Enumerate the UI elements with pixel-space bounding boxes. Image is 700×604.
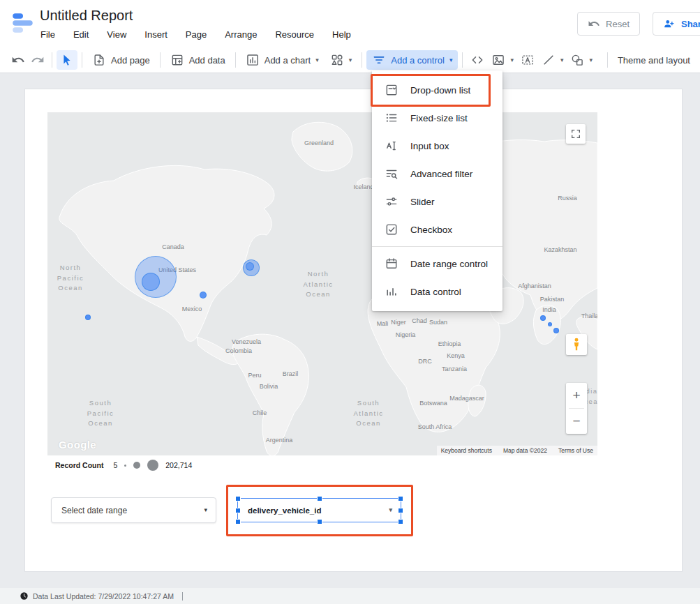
add-page-button[interactable]: Add page: [87, 50, 156, 70]
map-label: Chad: [412, 317, 427, 324]
menu-item-fixed-size-list[interactable]: Fixed-size list: [372, 104, 502, 132]
menu-help[interactable]: Help: [332, 28, 352, 41]
zoom-in-button[interactable]: +: [566, 383, 587, 408]
map-label: Thailand: [581, 312, 597, 319]
selection-handle[interactable]: [398, 496, 403, 501]
caret-down-icon: ▾: [510, 57, 514, 63]
select-tool-button[interactable]: [57, 50, 77, 70]
input-box-icon: [385, 139, 399, 153]
last-updated-text: Data Last Updated: 7/29/2022 10:47:27 AM: [33, 592, 174, 601]
menu-item-advanced-filter[interactable]: Advanced filter: [372, 160, 502, 188]
embed-code-button[interactable]: [467, 50, 488, 70]
selection-handle[interactable]: [398, 519, 403, 524]
terms-of-use-link[interactable]: Terms of Use: [558, 447, 593, 454]
keyboard-shortcuts-link[interactable]: Keyboard shortcuts: [441, 447, 492, 454]
street-view-pegman-button[interactable]: [566, 334, 587, 355]
menu-edit[interactable]: Edit: [73, 28, 89, 41]
geo-map-chart[interactable]: GreenlandIcelandCanadaUnited StatesMexic…: [47, 112, 597, 455]
map-label: Mexico: [182, 305, 202, 312]
menu-item-label: Checkbox: [410, 225, 452, 235]
map-label: Russia: [558, 195, 577, 202]
selection-handle[interactable]: [317, 496, 322, 501]
redo-button[interactable]: [28, 50, 47, 70]
map-label: Tanzania: [442, 365, 467, 372]
menu-item-date-range-control[interactable]: Date range control: [372, 250, 502, 278]
menu-page[interactable]: Page: [185, 28, 207, 41]
map-label: Greenland: [304, 139, 334, 146]
fixed-size-list-icon: [385, 111, 399, 125]
toolbar-separator: [607, 52, 608, 68]
share-button[interactable]: Share: [653, 12, 700, 36]
menu-insert[interactable]: Insert: [144, 28, 168, 41]
selection-handle[interactable]: [235, 496, 241, 501]
map-label: Madagascar: [449, 395, 484, 402]
selection-handle[interactable]: [235, 519, 241, 524]
legend-circle-medium: [133, 462, 140, 469]
text-box-icon: [521, 53, 535, 67]
report-canvas[interactable]: GreenlandIcelandCanadaUnited StatesMexic…: [24, 89, 683, 572]
menu-item-input-box[interactable]: Input box: [372, 132, 502, 160]
redo-icon: [31, 53, 45, 67]
reset-button[interactable]: Reset: [577, 12, 640, 36]
map-label: Iceland: [353, 183, 373, 190]
menu-item-label: Drop-down list: [410, 85, 470, 96]
menu-arrange[interactable]: Arrange: [224, 28, 258, 41]
add-control-button[interactable]: Add a control ▾: [366, 50, 458, 70]
reset-label: Reset: [606, 19, 630, 29]
add-page-label: Add page: [111, 55, 150, 66]
data-studio-logo-icon[interactable]: [10, 10, 36, 36]
add-data-button[interactable]: Add data: [165, 50, 231, 70]
menu-item-checkbox[interactable]: Checkbox: [372, 216, 502, 243]
menu-view[interactable]: View: [106, 28, 127, 41]
page-title[interactable]: Untitled Report: [40, 8, 133, 24]
theme-and-layout-button[interactable]: Theme and layout: [612, 50, 696, 70]
legend-min-value: 5: [113, 461, 117, 469]
undo-button[interactable]: [8, 50, 28, 70]
menu-item-data-control[interactable]: Data control: [372, 278, 502, 305]
map-bubble: [85, 315, 91, 320]
map-bubble: [553, 328, 559, 333]
dropdown-control-delivery-vehicle-id[interactable]: delivery_vehicle_id ▾: [237, 498, 401, 522]
add-chart-button[interactable]: Add a chart ▾: [240, 50, 325, 70]
shape-tool-button[interactable]: ▾: [567, 50, 596, 70]
menu-item-drop-down-list[interactable]: Drop-down list: [372, 76, 502, 104]
fullscreen-icon: [570, 128, 581, 139]
pegman-icon: [569, 337, 584, 352]
map-label: Kenya: [447, 352, 465, 359]
selection-handle[interactable]: [398, 508, 403, 513]
map-label: Niger: [391, 319, 406, 326]
bubble-size-legend: Record Count 5 202,714: [55, 459, 192, 471]
add-chart-icon: [246, 53, 260, 67]
menu-item-label: Fixed-size list: [410, 113, 468, 123]
map-label: Argentina: [266, 437, 293, 444]
caret-down-icon: ▾: [315, 57, 319, 63]
menu-item-label: Input box: [410, 141, 449, 151]
checkbox-icon: [385, 222, 399, 236]
date-range-control[interactable]: Select date range ▾: [51, 497, 216, 523]
data-freshness-clock-icon: [20, 591, 29, 601]
caret-down-icon: ▾: [204, 507, 207, 513]
dropdown-field-label: delivery_vehicle_id: [248, 506, 321, 515]
menu-bar: FileEditViewInsertPageArrangeResourceHel…: [40, 28, 352, 41]
line-tool-button[interactable]: ▾: [538, 50, 567, 70]
legend-max-value: 202,714: [165, 461, 192, 469]
text-box-button[interactable]: [517, 50, 538, 70]
map-label: Afghanistan: [518, 282, 551, 289]
map-label: Chile: [253, 409, 267, 416]
selection-handle[interactable]: [235, 508, 241, 513]
insert-image-button[interactable]: ▾: [488, 50, 517, 70]
zoom-out-button[interactable]: −: [566, 409, 587, 434]
map-fullscreen-button[interactable]: [566, 124, 586, 144]
menu-file[interactable]: File: [40, 28, 56, 41]
add-data-icon: [170, 53, 184, 67]
menu-item-label: Slider: [410, 197, 435, 207]
drop-down-list-icon: [385, 83, 399, 97]
selection-handle[interactable]: [317, 519, 322, 524]
menu-item-slider[interactable]: Slider: [372, 188, 502, 216]
community-visualizations-button[interactable]: ▾: [325, 50, 358, 70]
toolbar-separator: [462, 52, 463, 68]
map-label: Nigeria: [396, 331, 416, 338]
map-ocean-label: South Pacific Ocean: [87, 398, 114, 429]
map-label: DRC: [418, 358, 432, 365]
menu-resource[interactable]: Resource: [274, 28, 315, 41]
